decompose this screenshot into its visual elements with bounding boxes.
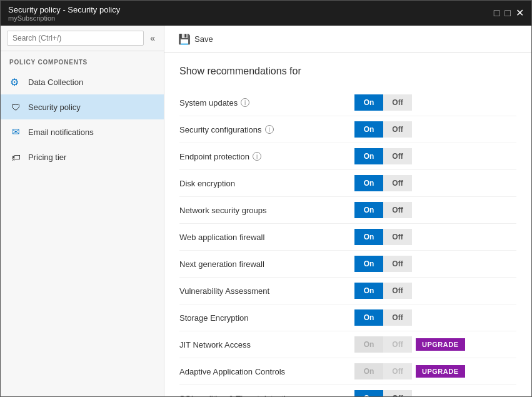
- label-text-jit-network-access: JIT Network Access: [179, 340, 251, 349]
- label-vulnerability-assessment: Vulnerability Assessment: [179, 286, 354, 296]
- label-adaptive-app-controls: Adaptive Application Controls: [179, 367, 354, 376]
- toggle-off-disk-encryption[interactable]: Off: [383, 175, 412, 191]
- toggle-on-sql-auditing[interactable]: On: [354, 390, 383, 396]
- recommendation-row-security-configurations: Security configurations i On Off: [179, 116, 516, 143]
- label-system-updates: System updates i: [179, 98, 354, 108]
- toggle-off-jit-network-access[interactable]: Off: [383, 336, 412, 353]
- shield-icon: [11, 102, 21, 113]
- toggle-on-endpoint-protection[interactable]: On: [354, 148, 383, 164]
- title-bar-left: Security policy - Security policy mySubs…: [8, 5, 120, 22]
- label-text-web-application-firewall: Web application firewall: [179, 233, 264, 242]
- content-area: « POLICY COMPONENTS Data Collection Secu…: [1, 26, 531, 396]
- toggle-off-sql-auditing[interactable]: Off: [383, 390, 412, 396]
- label-text-adaptive-app-controls: Adaptive Application Controls: [179, 367, 285, 376]
- label-text-network-security-groups: Network security groups: [179, 206, 266, 215]
- toggle-group-next-generation-firewall: On Off: [354, 256, 412, 272]
- sidebar-item-label-security-policy: Security policy: [28, 103, 81, 112]
- toggle-group-endpoint-protection: On Off: [354, 148, 412, 164]
- toggle-off-vulnerability-assessment[interactable]: Off: [383, 283, 412, 299]
- sidebar-items: Data Collection Security policy Email no…: [1, 69, 164, 169]
- sidebar-section-label: POLICY COMPONENTS: [1, 51, 164, 69]
- label-text-disk-encryption: Disk encryption: [179, 179, 235, 188]
- sidebar-item-security-policy[interactable]: Security policy: [1, 94, 164, 119]
- recommendation-row-sql-auditing: SQL auditing & Threat detection On Off: [179, 385, 516, 396]
- toggle-group-storage-encryption: On Off: [354, 309, 412, 326]
- gear-icon: [10, 76, 21, 88]
- maximize-button[interactable]: □: [504, 8, 511, 18]
- toggle-off-security-configurations[interactable]: Off: [383, 121, 412, 138]
- label-text-system-updates: System updates: [179, 98, 238, 108]
- toggle-group-sql-auditing: On Off: [354, 390, 412, 396]
- toggle-group-vulnerability-assessment: On Off: [354, 283, 412, 299]
- info-icon-security-configurations[interactable]: i: [265, 125, 274, 134]
- sidebar-item-label-data-collection: Data Collection: [28, 78, 83, 87]
- save-button[interactable]: 💾 Save: [174, 31, 217, 48]
- toggle-off-system-updates[interactable]: Off: [383, 94, 412, 111]
- label-next-generation-firewall: Next generation firewall: [179, 259, 354, 269]
- label-jit-network-access: JIT Network Access: [179, 340, 354, 349]
- label-endpoint-protection: Endpoint protection i: [179, 152, 354, 161]
- recommendation-row-next-generation-firewall: Next generation firewall On Off: [179, 251, 516, 278]
- toggle-group-jit-network-access: On Off: [354, 336, 412, 353]
- sidebar-item-icon-data-collection: [9, 76, 22, 88]
- toggle-on-security-configurations[interactable]: On: [354, 121, 383, 138]
- toggle-on-adaptive-app-controls[interactable]: On: [354, 363, 383, 379]
- sidebar-item-label-pricing-tier: Pricing tier: [28, 153, 66, 162]
- search-input[interactable]: [7, 31, 144, 46]
- sidebar-item-data-collection[interactable]: Data Collection: [1, 69, 164, 94]
- toggle-group-web-application-firewall: On Off: [354, 229, 412, 245]
- sidebar-search-bar: «: [1, 26, 164, 51]
- label-storage-encryption: Storage Encryption: [179, 313, 354, 323]
- save-icon: 💾: [178, 33, 191, 45]
- window-subtitle: mySubscription: [8, 14, 120, 22]
- label-text-storage-encryption: Storage Encryption: [179, 313, 249, 323]
- label-network-security-groups: Network security groups: [179, 206, 354, 215]
- recommendation-row-web-application-firewall: Web application firewall On Off: [179, 224, 516, 251]
- toggle-on-network-security-groups[interactable]: On: [354, 202, 383, 218]
- sidebar-item-pricing-tier[interactable]: Pricing tier: [1, 144, 164, 169]
- toggle-off-next-generation-firewall[interactable]: Off: [383, 256, 412, 272]
- recommendation-row-endpoint-protection: Endpoint protection i On Off: [179, 143, 516, 170]
- title-bar: Security policy - Security policy mySubs…: [1, 1, 531, 26]
- window-controls: □ □ ✕: [494, 8, 524, 18]
- window-title: Security policy - Security policy: [8, 5, 120, 14]
- toggle-on-vulnerability-assessment[interactable]: On: [354, 283, 383, 299]
- info-icon-endpoint-protection[interactable]: i: [253, 152, 261, 161]
- collapse-button[interactable]: «: [148, 32, 158, 44]
- toggle-group-adaptive-app-controls: On Off: [354, 363, 412, 379]
- label-text-endpoint-protection: Endpoint protection: [179, 152, 249, 161]
- label-disk-encryption: Disk encryption: [179, 179, 354, 188]
- minimize-button[interactable]: □: [494, 8, 500, 18]
- upgrade-button-jit-network-access[interactable]: UPGRADE: [416, 338, 465, 351]
- toggle-group-security-configurations: On Off: [354, 121, 412, 138]
- toolbar: 💾 Save: [164, 26, 531, 53]
- toggle-on-system-updates[interactable]: On: [354, 94, 383, 111]
- toggle-on-web-application-firewall[interactable]: On: [354, 229, 383, 245]
- scroll-area: Show recommendations for System updates …: [164, 53, 531, 396]
- toggle-group-system-updates: On Off: [354, 94, 412, 111]
- toggle-off-endpoint-protection[interactable]: Off: [383, 148, 412, 164]
- tag-icon: [11, 152, 21, 163]
- sidebar-item-icon-email-notifications: [9, 126, 22, 138]
- upgrade-button-adaptive-app-controls[interactable]: UPGRADE: [416, 365, 465, 378]
- sidebar: « POLICY COMPONENTS Data Collection Secu…: [1, 26, 164, 396]
- close-button[interactable]: ✕: [516, 8, 524, 18]
- toggle-on-storage-encryption[interactable]: On: [354, 309, 383, 326]
- sidebar-item-icon-pricing-tier: [9, 151, 22, 163]
- toggle-on-next-generation-firewall[interactable]: On: [354, 256, 383, 272]
- recommendation-row-jit-network-access: JIT Network Access On Off UPGRADE: [179, 331, 516, 358]
- toggle-off-web-application-firewall[interactable]: Off: [383, 229, 412, 245]
- toggle-on-jit-network-access[interactable]: On: [354, 336, 383, 353]
- toggle-on-disk-encryption[interactable]: On: [354, 175, 383, 191]
- sidebar-item-icon-security-policy: [9, 101, 22, 113]
- info-icon-system-updates[interactable]: i: [241, 98, 249, 107]
- toggle-off-network-security-groups[interactable]: Off: [383, 202, 412, 218]
- toggle-off-storage-encryption[interactable]: Off: [383, 309, 412, 326]
- recommendation-row-system-updates: System updates i On Off: [179, 89, 516, 116]
- toggle-group-network-security-groups: On Off: [354, 202, 412, 218]
- toggle-off-adaptive-app-controls[interactable]: Off: [383, 363, 412, 379]
- label-text-sql-auditing: SQL auditing & Threat detection: [179, 394, 294, 397]
- section-title: Show recommendations for: [179, 66, 516, 77]
- sidebar-item-label-email-notifications: Email notifications: [28, 128, 94, 137]
- sidebar-item-email-notifications[interactable]: Email notifications: [1, 119, 164, 144]
